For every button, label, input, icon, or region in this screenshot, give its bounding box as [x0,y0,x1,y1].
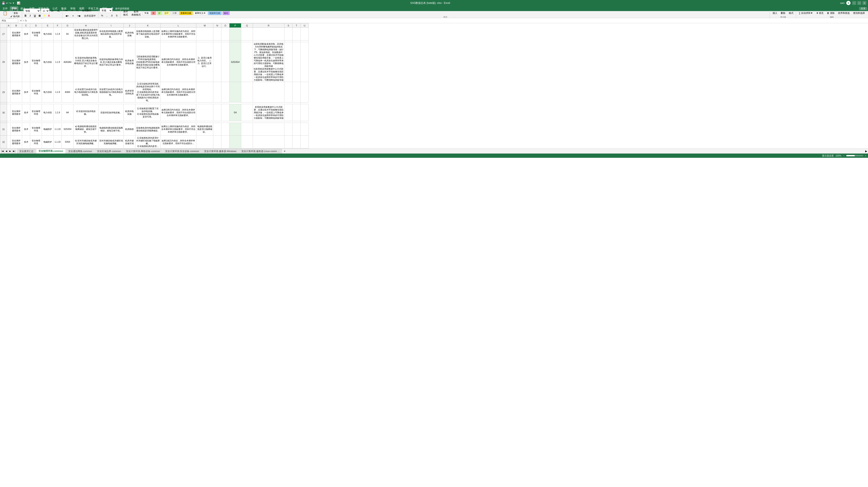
quick-access-toolbar[interactable]: 💾 ↩ ↪ ▼ · 📊 [2,1,20,5]
cell-q27[interactable] [241,28,253,40]
cell-h28[interactable]: b) 应提供短期的备用电力供应,至少满足设备在断电情况下的正常运行要求。 [73,42,99,82]
cell-r31[interactable] [253,123,284,135]
cell-n27[interactable] [213,28,221,40]
sheet-tab-server-win[interactable]: 安全计算环境-服务器-Windows [202,149,239,154]
cell-c31[interactable]: 技术 [22,123,30,135]
cell-a32[interactable] [7,135,10,148]
col-header-b[interactable]: B [10,24,22,28]
cell-h30[interactable]: d) 应提供应急供电设施。 [73,104,99,121]
align-left-button[interactable]: ◀═ [64,13,70,18]
comma-button[interactable]: , [105,13,109,18]
style-bad[interactable]: 差 [151,11,156,15]
cell-a29[interactable] [7,82,10,102]
cell-f30[interactable]: 1.1.9 [54,104,62,121]
cancel-formula-icon[interactable]: ✕ [20,19,22,22]
cell-t30[interactable] [292,104,301,121]
add-sheet-button[interactable]: ＋ [283,149,286,153]
col-header-l[interactable]: L [160,24,196,28]
style-output[interactable]: 输出 [222,11,230,15]
close-button[interactable]: ✕ [863,1,866,5]
style-calc[interactable]: 计算 [171,11,178,15]
cell-p30[interactable]: G4 [229,104,241,121]
tab-last-btn[interactable]: ▶| [12,150,16,153]
row-header-32[interactable]: 32 [0,135,7,148]
cell-a31[interactable] [7,123,10,135]
cell-e29[interactable]: 电力供应 [42,82,54,102]
cell-p28[interactable]: G2G3G4 [229,42,241,82]
cell-j32[interactable]: 机房关键设备区域 [124,135,135,148]
cell-e30[interactable]: 电力供应 [42,104,54,121]
cell-j28[interactable]: 机房备用供电设施 [124,42,135,82]
cell-q28a[interactable] [241,40,253,42]
tab-first-btn[interactable]: |◀ [1,150,4,153]
cell-l29[interactable]: 如果1)和2)均为肯定，则符合本测评单元指标要求，否则不符合或部分符合本测评单元… [160,82,196,102]
font-increase-button[interactable]: A↑ [50,8,56,13]
cell-i32[interactable]: 应对关键设备或关键区域实施电磁屏蔽。 [99,135,124,148]
find-select-button[interactable]: 查找和选择 [851,11,866,16]
cell-k28a[interactable] [135,40,160,42]
cell-s28[interactable] [284,42,292,82]
underline-button[interactable]: U [33,13,37,18]
cell-p32[interactable] [229,135,241,148]
cell-l32[interactable]: 如果1)或2)为肯定，则符合本测评单元指标要求，否则不符合或部分... [160,135,196,148]
border-button[interactable]: ⊞ [37,13,42,18]
cell-o27[interactable] [221,28,229,40]
confirm-formula-icon[interactable]: ✓ [22,19,25,22]
cell-q31[interactable] [241,123,253,135]
align-center-button[interactable]: ═ [71,13,75,18]
row-header-28a[interactable] [0,40,7,42]
sheet-tab-summary[interactable]: 安全要求汇总 [17,149,36,154]
row-header-30[interactable]: 30 [0,104,7,121]
sheet-tab-security-dev[interactable]: 安全计算环境-安全设备-common [163,149,202,154]
cell-t27[interactable] [292,28,301,40]
col-header-j[interactable]: J [124,24,135,28]
cell-u29[interactable] [301,82,309,102]
cell-q29[interactable] [241,82,253,102]
cell-c29[interactable]: 技术 [22,82,30,102]
cell-s31[interactable] [284,123,292,135]
col-header-e[interactable]: E [42,24,54,28]
cell-i27[interactable]: 应在机房供电线路上配置稳压器和过电压防护设备。 [99,28,124,40]
sheet-area[interactable]: A B C D E F G H I J K L M N O P Q [0,23,868,148]
cell-t32[interactable] [292,135,301,148]
col-header-h[interactable]: H [73,24,99,28]
merge-center-button[interactable]: 合并后居中 [83,13,97,18]
cell-n31[interactable] [213,123,221,135]
cell-p29[interactable] [229,82,241,102]
bold-button[interactable]: B [24,13,28,18]
cell-h28a[interactable] [73,40,99,42]
align-top-button[interactable]: ≡↑ [64,8,69,13]
cell-m32[interactable] [196,135,213,148]
maximize-button[interactable]: □ [857,1,861,5]
col-header-n[interactable]: N [213,24,221,28]
style-active[interactable]: 活中 [163,11,170,15]
cell-o32[interactable] [221,135,229,148]
cell-u32[interactable] [301,135,309,148]
cell-q30[interactable] [241,104,253,121]
col-header-t[interactable]: T [292,24,301,28]
cell-m27[interactable] [196,28,213,40]
italic-button[interactable]: I [28,13,32,18]
cell-n29[interactable] [213,82,221,102]
cell-s30[interactable] [284,104,292,121]
sheet-nav-icon[interactable]: ▶ [865,150,867,153]
cell-f29[interactable]: 1.1.9 [54,82,62,102]
cell-o28[interactable] [221,42,229,82]
col-header-u[interactable]: U [301,24,309,28]
cell-m28[interactable]: 1）是否口备用电力供应。（）2）是否口正常运行。 [196,42,213,82]
cell-m28a[interactable] [196,40,213,42]
cell-q28[interactable] [241,42,253,82]
cell-c28a[interactable] [22,40,30,42]
cell-n28[interactable] [213,42,221,82]
cell-r27[interactable] [253,28,284,40]
cell-p31[interactable] [229,123,241,135]
name-box[interactable] [1,19,18,23]
cell-e32[interactable]: 电磁防护 [42,135,54,148]
cell-t28a[interactable] [292,40,301,42]
font-decrease-button[interactable]: A↓ [56,8,62,13]
fill-color-button[interactable]: A [42,13,46,18]
cell-blank31[interactable] [7,121,301,123]
cell-o28a[interactable] [221,40,229,42]
font-color-button[interactable]: A [47,13,51,18]
formula-input[interactable] [28,19,867,23]
